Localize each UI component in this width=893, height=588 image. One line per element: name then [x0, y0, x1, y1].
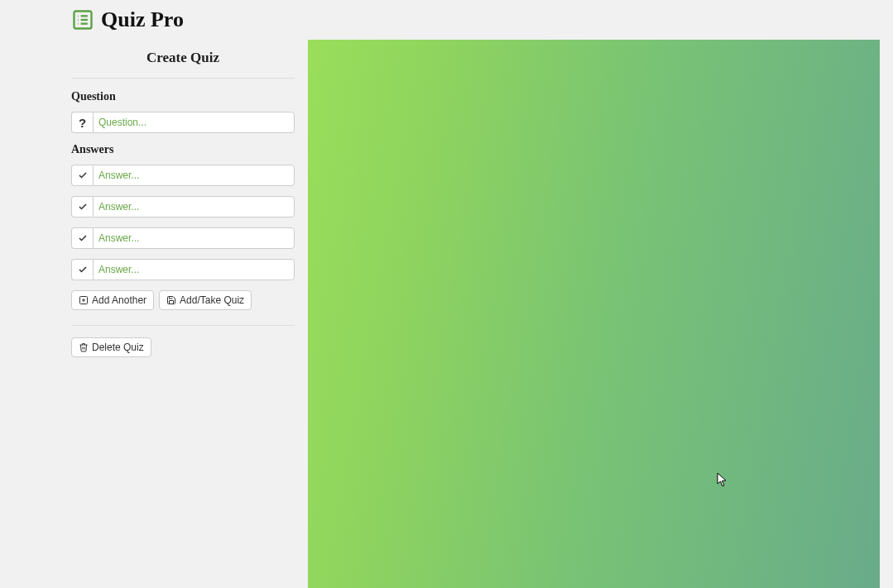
question-input-group: ?: [71, 112, 295, 133]
add-take-quiz-label: Add/Take Quiz: [180, 294, 244, 306]
answer-input[interactable]: [93, 227, 295, 249]
answer-input-group: [71, 227, 295, 249]
trash-icon: [79, 342, 89, 352]
add-another-button[interactable]: Add Another: [71, 290, 154, 310]
app-title: Quiz Pro: [101, 7, 184, 32]
check-icon[interactable]: [71, 196, 93, 218]
divider: [71, 78, 295, 79]
delete-quiz-label: Delete Quiz: [92, 342, 144, 353]
divider: [71, 325, 295, 326]
question-mark-icon: ?: [71, 112, 93, 133]
answer-input-group: [71, 196, 295, 218]
check-icon[interactable]: [71, 259, 93, 280]
plus-square-icon: [79, 295, 89, 305]
question-label: Question: [71, 90, 295, 103]
app-root: Quiz Pro Create Quiz Question ? Answers: [0, 0, 893, 588]
list-icon: [71, 8, 94, 31]
delete-quiz-button[interactable]: Delete Quiz: [71, 337, 151, 357]
answer-input[interactable]: [93, 259, 295, 280]
create-quiz-panel: Create Quiz Question ? Answers: [71, 41, 295, 357]
add-another-label: Add Another: [92, 294, 146, 306]
answer-input[interactable]: [93, 196, 295, 218]
check-icon[interactable]: [71, 227, 93, 249]
app-header: Quiz Pro: [0, 0, 893, 35]
action-row: Add Another Add/Take Quiz: [71, 290, 295, 310]
check-icon[interactable]: [71, 165, 93, 186]
panel-heading: Create Quiz: [71, 50, 295, 66]
save-icon: [166, 295, 176, 305]
answer-input-group: [71, 165, 295, 186]
answers-label: Answers: [71, 143, 295, 156]
add-take-quiz-button[interactable]: Add/Take Quiz: [159, 290, 252, 310]
question-input[interactable]: [93, 112, 295, 133]
answer-input-group: [71, 259, 295, 280]
answer-input[interactable]: [93, 165, 295, 186]
quiz-preview-area: [308, 40, 880, 588]
